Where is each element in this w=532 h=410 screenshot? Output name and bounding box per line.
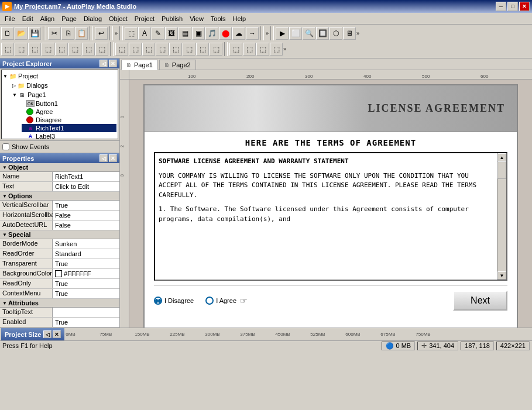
tb2-p[interactable]: ⬚ [210,43,222,56]
tb2-a[interactable]: ⬚ [1,43,14,56]
properties-header-controls[interactable]: ◁ ✕ [99,154,117,162]
next-button[interactable]: Next [453,291,507,311]
menu-edit[interactable]: Edit [19,14,37,23]
show-events-area[interactable]: Show Events [0,140,119,153]
maximize-button[interactable]: □ [507,2,518,11]
menu-tools[interactable]: Tools [207,14,229,23]
tb-btn-a[interactable]: ⬚ [125,27,138,40]
prop-value-transparent[interactable]: True [53,259,119,268]
menu-project[interactable]: Project [131,14,158,23]
tb2-s[interactable]: ⬚ [256,43,269,56]
tb-open[interactable]: 📂 [15,27,28,40]
tree-dialogs[interactable]: ▷ 📁 Dialogs [12,81,116,90]
tb-save[interactable]: 💾 [28,27,41,40]
tab-page2[interactable]: 🗎 Page2 [159,60,196,70]
scroll-up-btn[interactable]: ▲ [497,153,506,161]
tb2-d[interactable]: ⬚ [42,43,54,56]
tb2-c[interactable]: ⬚ [28,43,41,56]
tb-zoom-in[interactable]: 🔍 [303,27,315,40]
prop-value-contextmenu[interactable]: True [53,289,119,298]
tb2-g[interactable]: ⬚ [82,43,95,56]
menu-page[interactable]: Page [58,14,80,23]
prop-value-name[interactable]: RichText1 [53,172,119,181]
close-button[interactable]: ✕ [519,2,530,11]
tree-button1[interactable]: ▷ OK Button1 [22,99,116,108]
pe-close[interactable]: ✕ [109,60,117,67]
tb-btn-f[interactable]: ▣ [192,27,205,40]
tree-agree[interactable]: ▷ Agree [22,108,116,116]
scroll-thumb[interactable] [497,161,506,179]
menu-help[interactable]: Help [229,14,250,23]
tb-btn-g[interactable]: 🎵 [205,27,218,40]
main-canvas[interactable]: LICENSE AGREEMENT HERE ARE THE TERMS OF … [129,80,532,328]
menu-view[interactable]: View [186,14,207,23]
tb-undo[interactable]: ↩ [95,27,108,40]
prop-section-special[interactable]: ▼ Special [0,230,119,239]
ps-close[interactable]: ✕ [53,330,61,338]
title-bar-controls[interactable]: ─ □ ✕ [496,2,530,11]
menu-file[interactable]: File [1,14,19,23]
tb2-m[interactable]: ⬚ [169,43,182,56]
tree-disagree[interactable]: ▷ Disagree [22,116,116,124]
tb2-h[interactable]: ⬚ [95,43,108,56]
tb-btn-h[interactable]: ⬤ [219,27,232,40]
minimize-button[interactable]: ─ [496,2,506,11]
radio-agree-circle[interactable] [205,297,214,305]
tb-copy[interactable]: ⎘ [61,27,74,40]
tree-page1[interactable]: ▼ 🗎 Page1 [12,90,116,99]
prop-value-tooltip[interactable] [53,308,119,317]
prop-value-autodetect[interactable]: False [53,220,119,230]
tb2-r[interactable]: ⬚ [243,43,256,56]
menu-object[interactable]: Object [105,14,131,23]
radio-agree[interactable]: I Agree ☞ [205,296,248,305]
tb2-expand-1[interactable]: » [283,46,286,52]
radio-disagree-circle[interactable] [154,297,162,305]
menu-align[interactable]: Align [37,14,58,23]
tb-expand-3[interactable]: » [356,30,359,36]
tb-btn-c[interactable]: ✎ [152,27,164,40]
tb-run[interactable]: ▶ [276,27,289,40]
menu-dialog[interactable]: Dialog [80,14,105,23]
tree-project[interactable]: ▼ 📁 Project [3,71,116,81]
tb-zoom-100[interactable]: ⬡ [330,27,342,40]
tb-btn-b[interactable]: A [138,27,151,40]
tree-label3[interactable]: ▷ A Label3 [22,132,116,139]
prop-value-readorder[interactable]: Standard [53,249,119,259]
prop-value-bgcolor[interactable]: #FFFFFF [53,269,119,278]
radio-disagree[interactable]: I Disagree [154,297,194,305]
tb2-e[interactable]: ⬚ [55,43,68,56]
tb-expand-2[interactable]: » [266,30,269,36]
tb-stop[interactable]: ⬜ [289,27,302,40]
tb-zoom-out[interactable]: 🔲 [316,27,329,40]
tb2-o[interactable]: ⬚ [196,43,209,56]
tb2-j[interactable]: ⬚ [129,43,142,56]
bgcolor-swatch[interactable] [55,270,62,277]
tree-richtext1[interactable]: ▷ a RichText1 [22,124,116,132]
prop-section-options[interactable]: ▼ Options [0,192,119,201]
tree-area[interactable]: ▼ 📁 Project ▷ 📁 Dialogs ▼ 🗎 Page1 [1,70,118,139]
ps-ctrl-1[interactable]: ◁ [43,330,52,338]
tb2-n[interactable]: ⬚ [183,43,195,56]
tb-monitor[interactable]: 🖥 [343,27,356,40]
tb-paste[interactable]: 📋 [75,27,88,40]
prop-value-bordermode[interactable]: Sunken [53,239,119,249]
scroll-down-btn[interactable]: ▼ [497,271,506,280]
tb-btn-i[interactable]: ☁ [232,27,245,40]
show-events-checkbox[interactable] [2,143,9,150]
project-size-controls[interactable]: ◁ ✕ [43,330,61,338]
tb-btn-j[interactable]: → [246,27,259,40]
prop-section-attributes[interactable]: ▼ Attributes [0,299,119,308]
prop-ctrl-1[interactable]: ◁ [99,154,108,162]
license-scrollbar[interactable]: ▲ ▼ [497,153,506,280]
tb2-q[interactable]: ⬚ [229,43,242,56]
tb2-l[interactable]: ⬚ [156,43,169,56]
tb2-k[interactable]: ⬚ [142,43,155,56]
tb-cut[interactable]: ✂ [48,27,61,40]
tb-expand-1[interactable]: » [115,30,118,36]
tb-btn-d[interactable]: 🖼 [165,27,178,40]
prop-close[interactable]: ✕ [109,154,117,162]
prop-value-vscroll[interactable]: True [53,201,119,210]
prop-value-readonly[interactable]: True [53,279,119,288]
tb-new[interactable]: 🗋 [1,27,14,40]
tb-btn-e[interactable]: ▤ [179,27,191,40]
